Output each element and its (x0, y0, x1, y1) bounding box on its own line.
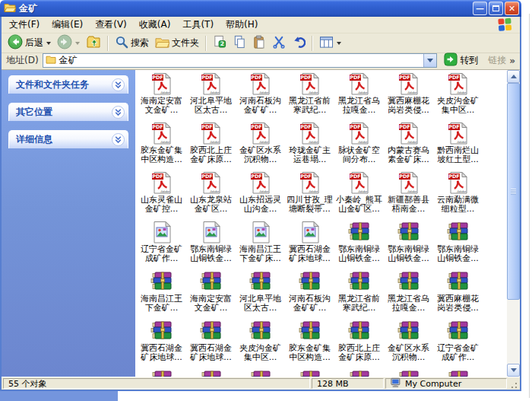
file-item[interactable]: PDF Adobe 黑龙江省前寒武纪... (285, 71, 334, 120)
file-item[interactable]: PDF Adobe 海南定安富文金矿... (137, 71, 186, 120)
file-item (384, 368, 433, 377)
menu-item-help[interactable]: 帮助(H) (220, 16, 264, 33)
file-item (236, 368, 285, 377)
menu-item-tools[interactable]: 工具(T) (176, 16, 220, 33)
menu-item-favorites[interactable]: 收藏(A) (133, 16, 177, 33)
chevron-down-icon[interactable] (112, 78, 125, 91)
file-item[interactable]: PDF Adobe 黔西南烂山坡红土型... (433, 120, 483, 170)
file-item[interactable]: 胶西北上庄金矿床原... (334, 318, 384, 368)
svg-text:PDF: PDF (448, 173, 460, 180)
file-item[interactable]: 夹皮沟金矿集中区... (236, 318, 285, 368)
file-item[interactable]: PDF Adobe 河北阜平地区太古... (186, 71, 236, 120)
file-item[interactable]: PDF Adobe 金矿区水系沉积物... (236, 120, 285, 170)
scroll-up-button[interactable] (507, 70, 520, 83)
file-item[interactable]: 海南昌江王下金矿... (137, 269, 186, 318)
links-chevron[interactable]: » (509, 56, 515, 66)
file-name: 河南石板沟金矿矿... (289, 294, 331, 313)
back-button[interactable]: 后退 (5, 33, 54, 53)
copy-button[interactable] (230, 34, 249, 52)
file-item[interactable]: PDF Adobe 玲珑金矿主运巷塌... (285, 120, 334, 170)
file-item[interactable]: PDF Adobe 黑龙江省乌拉嘎金... (334, 71, 384, 120)
cut-button[interactable] (269, 34, 289, 52)
file-item[interactable]: 胶东金矿集中区构造... (285, 318, 334, 368)
file-item[interactable]: 鄂东南铜绿山铜铁金... (186, 219, 236, 269)
file-item[interactable]: PDF Adobe 山东龙泉站金矿区... (186, 170, 236, 219)
undo-button[interactable] (289, 34, 309, 52)
file-name: 河北阜平地区太古... (239, 294, 281, 313)
svg-text:PDF: PDF (448, 124, 460, 130)
file-item[interactable]: 鄂东南铜绿山铜铁金... (334, 219, 384, 269)
file-item[interactable]: PDF Adobe 冀西麻棚花岗岩类侵... (384, 71, 433, 120)
svg-text:PDF: PDF (201, 124, 213, 130)
vertical-scrollbar[interactable] (507, 70, 520, 377)
menu-item-view[interactable]: 查看(V) (89, 16, 133, 33)
menu-item-file[interactable]: 文件(F) (3, 16, 46, 33)
file-item[interactable]: 鄂东南铜绿山铜铁金... (384, 219, 433, 269)
file-item[interactable]: 冀西石湖金矿床地球... (186, 318, 236, 368)
file-item[interactable]: 冀西石湖金矿床地球... (137, 318, 186, 368)
up-button[interactable] (83, 33, 104, 53)
file-item[interactable]: 金矿区水系沉积物... (384, 318, 433, 368)
rar-file-icon (249, 368, 273, 377)
file-item[interactable]: 海南定安富文金矿... (186, 269, 236, 318)
views-dropdown-icon (337, 42, 341, 45)
file-item[interactable]: PDF Adobe 云南勐满微细粒型... (433, 170, 483, 219)
go-button[interactable]: 转到 (442, 53, 480, 68)
file-item[interactable]: PDF Adobe 四川甘孜_理塘断裂带... (285, 170, 334, 219)
address-dropdown-button[interactable] (423, 54, 436, 67)
file-item[interactable]: 黑龙江省乌拉嘎金... (384, 269, 433, 318)
file-item[interactable]: 辽宁省金矿成矿作... (433, 318, 483, 368)
menu-bar: 文件(F)编辑(E)查看(V)收藏(A)工具(T)帮助(H) (2, 17, 520, 33)
forward-button[interactable] (54, 33, 83, 53)
file-item[interactable]: PDF Adobe 河南石板沟金矿矿... (236, 71, 285, 120)
search-button[interactable]: 搜索 (112, 34, 152, 52)
views-grid-icon (319, 36, 334, 51)
svg-text:PDF: PDF (152, 124, 163, 130)
task-panel-file-tasks[interactable]: 文件和文件夹任务 (8, 75, 128, 94)
file-item[interactable]: 黑龙江省前寒武纪... (334, 269, 384, 318)
file-name: 黑龙江省前寒武纪... (289, 97, 331, 115)
file-item[interactable]: 冀西麻棚花岗岩类侵... (433, 269, 483, 318)
task-panel-other-places[interactable]: 其它位置 (8, 103, 128, 121)
scroll-down-button[interactable] (507, 364, 520, 377)
address-input[interactable]: 金矿 (43, 53, 438, 68)
file-item[interactable]: PDF Adobe 山东招远灵山沟金... (236, 170, 285, 219)
links-label[interactable]: 链接 (488, 54, 506, 67)
folders-button[interactable]: 文件夹 (152, 34, 202, 52)
pdf-file-icon: PDF Adobe (298, 121, 322, 145)
views-button[interactable] (316, 35, 344, 52)
maximize-button[interactable] (489, 2, 503, 15)
file-item[interactable]: 鄂东南铜绿山铜铁金... (433, 219, 483, 269)
file-item[interactable]: 海南昌江王下金矿床... (236, 219, 285, 269)
file-item[interactable]: PDF Adobe 脉状金矿空间分布... (334, 120, 384, 170)
file-item[interactable]: PDF Adobe 山东灵雀山金矿控... (137, 170, 186, 219)
rar-file-icon (446, 368, 470, 377)
file-item[interactable]: PDF Adobe 夹皮沟金矿集中区... (433, 71, 483, 120)
chevron-down-icon[interactable] (112, 133, 125, 146)
chevron-down-icon[interactable] (112, 106, 125, 119)
file-item[interactable]: PDF Adobe 内蒙古赛乌素金矿床... (384, 120, 433, 170)
title-bar[interactable]: 金矿 — ✕ (0, 0, 521, 17)
resize-grip[interactable] (508, 378, 519, 389)
file-item (433, 368, 483, 377)
pdf-file-icon: PDF Adobe (298, 170, 322, 195)
doc2-button[interactable]: 2 (210, 34, 230, 52)
file-item[interactable]: 冀西石湖金矿床地球... (285, 219, 334, 269)
file-item[interactable]: 河北阜平地区太古... (236, 269, 285, 318)
rar-file-icon (150, 368, 174, 377)
file-item[interactable]: PDF Adobe 胶东金矿集中区构造... (137, 120, 186, 170)
scrollbar-thumb[interactable] (507, 83, 520, 300)
file-item[interactable]: 辽宁省金矿成矿作... (137, 219, 186, 269)
close-button[interactable]: ✕ (505, 2, 519, 15)
paste-button[interactable] (249, 34, 269, 52)
file-item[interactable]: 河南石板沟金矿矿... (285, 269, 334, 318)
file-item[interactable]: PDF Adobe 小秦岭_熊耳山金矿区... (334, 170, 384, 219)
file-name: 河北阜平地区太古... (190, 97, 232, 115)
explorer-window: 金矿 — ✕ 文件(F)编辑(E)查看(V)收藏(A)工具(T)帮助(H) (0, 0, 521, 391)
task-panel-details[interactable]: 详细信息 (8, 130, 128, 148)
file-item[interactable]: PDF Adobe 胶西北上庄金矿床原... (186, 120, 236, 170)
file-item[interactable]: PDF Adobe 新疆鄯善县梧南金... (384, 170, 433, 219)
task-pane: 文件和文件夹任务 其它位置 详细信息 (2, 70, 135, 377)
menu-item-edit[interactable]: 编辑(E) (46, 16, 89, 33)
minimize-button[interactable]: — (473, 2, 487, 15)
